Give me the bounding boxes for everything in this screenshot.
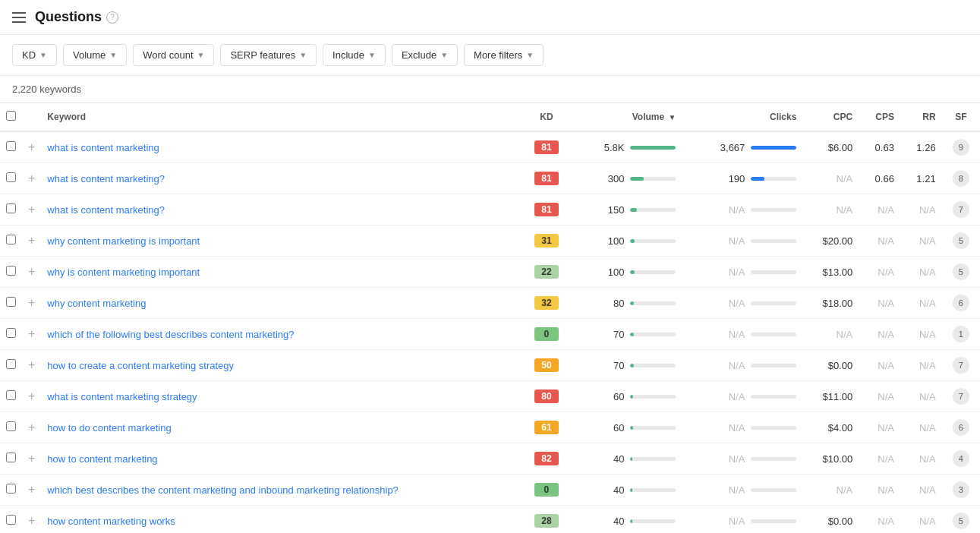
- keyword-link-12[interactable]: how content marketing works: [47, 516, 175, 527]
- row-add-button[interactable]: +: [22, 163, 41, 194]
- filter-more_filters[interactable]: More filters▼: [464, 44, 544, 66]
- row-cps: N/A: [859, 288, 900, 319]
- clicks-value-6: N/A: [729, 329, 745, 340]
- th-clicks[interactable]: Clicks: [682, 103, 802, 131]
- row-checkbox-11[interactable]: [6, 484, 16, 494]
- row-checkbox-1[interactable]: [6, 172, 16, 182]
- cpc-value-1: N/A: [837, 173, 853, 184]
- rr-value-1: 1.21: [916, 173, 935, 184]
- row-add-button[interactable]: +: [22, 257, 41, 288]
- row-add-button[interactable]: +: [22, 319, 41, 350]
- th-volume[interactable]: Volume ▼: [571, 103, 682, 131]
- cps-value-3: N/A: [878, 235, 894, 247]
- cpc-value-4: $13.00: [822, 266, 852, 278]
- sf-circle-4: 5: [953, 263, 969, 280]
- row-cpc: $0.00: [802, 350, 859, 381]
- row-sf: 7: [942, 350, 980, 381]
- volume-bar-fill-11: [630, 488, 632, 492]
- row-keyword: what is content marketing?: [41, 194, 522, 226]
- filter-volume[interactable]: Volume▼: [63, 44, 127, 66]
- volume-bar-track-0: [630, 146, 676, 150]
- volume-value-4: 100: [608, 266, 625, 278]
- row-checkbox-5[interactable]: [6, 297, 16, 307]
- filter-exclude[interactable]: Exclude▼: [392, 44, 458, 66]
- row-checkbox-7[interactable]: [6, 359, 16, 369]
- row-checkbox-3[interactable]: [6, 235, 16, 244]
- keyword-link-10[interactable]: how to content marketing: [47, 453, 157, 465]
- volume-bar-fill-12: [630, 519, 632, 523]
- row-add-button[interactable]: +: [22, 381, 41, 412]
- clicks-bar-track-10: [751, 457, 796, 461]
- cps-value-9: N/A: [878, 422, 894, 434]
- volume-bar-track-2: [630, 208, 676, 212]
- row-checkbox-8[interactable]: [6, 390, 16, 400]
- row-rr: N/A: [900, 226, 942, 257]
- th-rr[interactable]: RR: [900, 103, 942, 131]
- keyword-link-0[interactable]: what is content marketing: [47, 142, 159, 153]
- keyword-link-5[interactable]: why content marketing: [47, 298, 146, 309]
- keyword-link-11[interactable]: which best describes the content marketi…: [47, 484, 399, 496]
- row-checkbox-4[interactable]: [6, 266, 16, 276]
- volume-bar-fill-7: [630, 364, 633, 367]
- sf-circle-7: 7: [953, 357, 969, 374]
- th-cps[interactable]: CPS: [859, 103, 900, 131]
- filter-serp_features[interactable]: SERP features▼: [220, 44, 317, 66]
- chevron-more_filters-icon: ▼: [526, 51, 534, 59]
- row-sf: 6: [942, 412, 980, 443]
- th-kd[interactable]: KD: [522, 103, 571, 131]
- row-add-button[interactable]: +: [22, 443, 41, 475]
- row-cps: N/A: [859, 350, 900, 381]
- row-checkbox-cell: [0, 163, 22, 194]
- row-volume: 5.8K: [571, 131, 682, 163]
- row-sf: 7: [942, 381, 980, 412]
- row-add-button[interactable]: +: [22, 131, 41, 163]
- row-add-button[interactable]: +: [22, 506, 41, 534]
- row-add-button[interactable]: +: [22, 475, 41, 506]
- keyword-link-9[interactable]: how to do content marketing: [47, 422, 171, 434]
- row-add-button[interactable]: +: [22, 350, 41, 381]
- keyword-link-2[interactable]: what is content marketing?: [47, 204, 165, 216]
- filter-kd[interactable]: KD▼: [12, 44, 57, 66]
- row-add-button[interactable]: +: [22, 288, 41, 319]
- row-checkbox-12[interactable]: [6, 515, 16, 525]
- row-checkbox-6[interactable]: [6, 328, 16, 338]
- row-checkbox-10[interactable]: [6, 453, 16, 462]
- th-cpc[interactable]: CPC: [802, 103, 859, 131]
- row-checkbox-9[interactable]: [6, 421, 16, 431]
- row-checkbox-0[interactable]: [6, 141, 16, 151]
- hamburger-menu[interactable]: [12, 12, 26, 23]
- filter-word_count[interactable]: Word count▼: [133, 44, 214, 66]
- row-keyword: what is content marketing: [41, 131, 522, 163]
- keyword-link-3[interactable]: why content marketing is important: [47, 235, 200, 247]
- volume-bar-track-5: [630, 301, 676, 305]
- volume-bar-track-4: [630, 270, 676, 274]
- row-checkbox-cell: [0, 194, 22, 226]
- row-add-button[interactable]: +: [22, 412, 41, 443]
- table-row: +how to content marketing82 40 N/A $10.0…: [0, 443, 980, 475]
- row-add-button[interactable]: +: [22, 194, 41, 226]
- select-all-header[interactable]: [0, 103, 22, 131]
- clicks-bar-track-11: [751, 488, 796, 492]
- cpc-value-3: $20.00: [822, 235, 852, 247]
- keyword-link-8[interactable]: what is content marketing strategy: [47, 391, 197, 402]
- chevron-include-icon: ▼: [368, 51, 376, 59]
- select-all-checkbox[interactable]: [6, 111, 16, 121]
- chevron-serp_features-icon: ▼: [299, 51, 307, 59]
- cpc-value-12: $0.00: [828, 516, 853, 527]
- filter-include[interactable]: Include▼: [323, 44, 386, 66]
- row-keyword: why content marketing is important: [41, 226, 522, 257]
- row-keyword: what is content marketing?: [41, 163, 522, 194]
- keyword-link-7[interactable]: how to create a content marketing strate…: [47, 360, 234, 371]
- th-keyword[interactable]: Keyword: [41, 103, 522, 131]
- row-checkbox-cell: [0, 506, 22, 534]
- keyword-link-4[interactable]: why is content marketing important: [47, 266, 200, 278]
- help-icon[interactable]: ?: [106, 11, 118, 24]
- row-kd: 31: [522, 226, 571, 257]
- keyword-link-6[interactable]: which of the following best describes co…: [47, 329, 294, 340]
- th-sf[interactable]: SF: [942, 103, 980, 131]
- row-add-button[interactable]: +: [22, 226, 41, 257]
- volume-value-2: 150: [608, 204, 625, 216]
- row-checkbox-2[interactable]: [6, 203, 16, 213]
- filter-label-exclude: Exclude: [402, 49, 436, 61]
- keyword-link-1[interactable]: what is content marketing?: [47, 173, 165, 184]
